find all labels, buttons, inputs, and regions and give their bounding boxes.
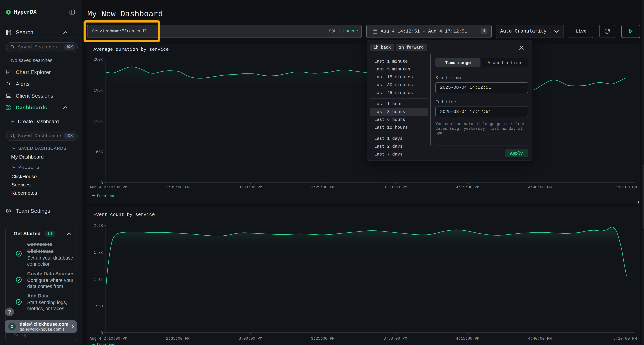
svg-text:Average duration by service: Average duration by service [94, 47, 169, 52]
svg-text:3:50:00 PM: 3:50:00 PM [384, 185, 407, 190]
svg-text:4:15:00 PM: 4:15:00 PM [456, 337, 480, 341]
svg-text:2.2K: 2.2K [94, 224, 103, 228]
svg-text:2:35:00 PM: 2:35:00 PM [166, 337, 190, 341]
svg-text:1.7K: 1.7K [94, 250, 103, 255]
svg-text:1.1K: 1.1K [94, 277, 103, 282]
svg-text:130K: 130K [94, 119, 103, 124]
svg-text:195K: 195K [94, 88, 103, 93]
svg-text:3:00:00 PM: 3:00:00 PM [239, 185, 262, 190]
svg-text:Aug 4 2:10:00 PM: Aug 4 2:10:00 PM [90, 337, 127, 341]
svg-text:3:25:00 PM: 3:25:00 PM [311, 337, 334, 341]
svg-text:5:10:00 PM: 5:10:00 PM [613, 185, 637, 190]
svg-text:550: 550 [96, 304, 103, 309]
svg-text:4:40:00 PM: 4:40:00 PM [528, 185, 552, 190]
svg-text:3:25:00 PM: 3:25:00 PM [311, 185, 334, 190]
svg-text:2:35:00 PM: 2:35:00 PM [166, 185, 190, 190]
svg-text:5:10:00 PM: 5:10:00 PM [613, 337, 637, 341]
svg-text:3:00:00 PM: 3:00:00 PM [239, 337, 262, 341]
svg-text:frontend: frontend [96, 194, 116, 198]
svg-text:Event count by service: Event count by service [94, 212, 155, 217]
svg-text:Aug 4 2:10:00 PM: Aug 4 2:10:00 PM [90, 185, 127, 190]
svg-text:0: 0 [101, 181, 103, 185]
svg-text:260K: 260K [94, 57, 103, 62]
svg-text:4:40:00 PM: 4:40:00 PM [528, 337, 552, 341]
svg-text:0: 0 [101, 331, 103, 335]
svg-text:65K: 65K [96, 150, 103, 154]
svg-text:3:50:00 PM: 3:50:00 PM [384, 337, 407, 341]
svg-text:frontend: frontend [96, 343, 116, 345]
svg-text:4:15:00 PM: 4:15:00 PM [456, 185, 480, 190]
